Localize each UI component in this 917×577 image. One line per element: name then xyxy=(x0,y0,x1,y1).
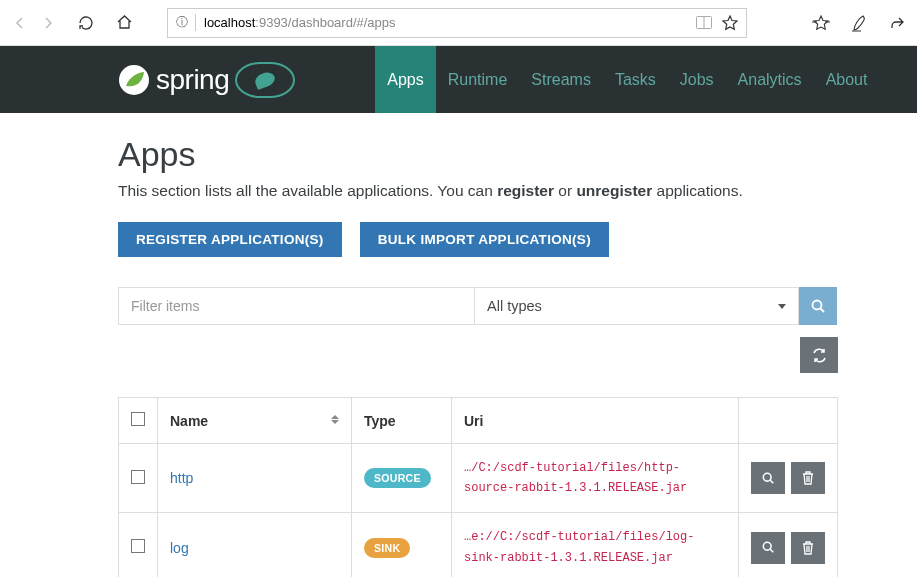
column-header-name[interactable]: Name xyxy=(158,398,352,444)
sort-icon xyxy=(331,415,339,424)
refresh-button[interactable] xyxy=(800,337,838,373)
address-bar[interactable]: ⓘ localhost:9393/dashboard/#/apps xyxy=(167,8,747,38)
svg-point-10 xyxy=(763,542,771,550)
top-nav: spring AppsRuntimeStreamsTasksJobsAnalyt… xyxy=(0,46,917,113)
apps-table: Name Type Uri httpSOURCE…/C:/scdf-tutori… xyxy=(118,397,838,577)
view-details-button[interactable] xyxy=(751,532,785,564)
main-content: Apps This section lists all the availabl… xyxy=(0,113,917,577)
uri-text: …e://C:/scdf-tutorial/files/log-sink-rab… xyxy=(464,530,694,564)
app-name-link[interactable]: http xyxy=(170,470,193,486)
reader-icon[interactable] xyxy=(696,16,712,29)
search-icon xyxy=(811,299,826,314)
uri-text: …/C:/scdf-tutorial/files/http-source-rab… xyxy=(464,461,687,495)
svg-point-8 xyxy=(763,473,771,481)
browser-toolbar: ⓘ localhost:9393/dashboard/#/apps xyxy=(0,0,917,46)
svg-point-6 xyxy=(812,300,821,309)
nav-link-tasks[interactable]: Tasks xyxy=(603,46,668,113)
svg-line-9 xyxy=(770,480,773,483)
cloud-leaf-icon xyxy=(235,62,295,98)
column-header-uri: Uri xyxy=(452,398,739,444)
nav-link-streams[interactable]: Streams xyxy=(519,46,603,113)
back-icon[interactable] xyxy=(10,13,30,33)
chevron-down-icon xyxy=(778,304,786,309)
brand-text: spring xyxy=(156,64,229,96)
column-header-actions xyxy=(739,398,838,444)
type-badge: SOURCE xyxy=(364,468,431,488)
table-row: httpSOURCE…/C:/scdf-tutorial/files/http-… xyxy=(119,444,838,513)
page-title: Apps xyxy=(118,135,837,174)
share-icon[interactable] xyxy=(887,13,907,33)
notes-icon[interactable] xyxy=(849,13,869,33)
filter-input[interactable] xyxy=(118,287,475,325)
row-checkbox[interactable] xyxy=(131,539,145,553)
select-all-checkbox[interactable] xyxy=(131,412,145,426)
home-icon[interactable] xyxy=(114,13,134,33)
favorites-icon[interactable] xyxy=(811,13,831,33)
refresh-icon xyxy=(812,348,827,363)
row-checkbox[interactable] xyxy=(131,470,145,484)
register-application-button[interactable]: REGISTER APPLICATION(S) xyxy=(118,222,342,257)
star-icon[interactable] xyxy=(722,15,738,31)
nav-link-runtime[interactable]: Runtime xyxy=(436,46,520,113)
table-row: logSINK…e://C:/scdf-tutorial/files/log-s… xyxy=(119,513,838,577)
bulk-import-button[interactable]: BULK IMPORT APPLICATION(S) xyxy=(360,222,609,257)
delete-button[interactable] xyxy=(791,532,825,564)
svg-line-11 xyxy=(770,549,773,552)
page-description: This section lists all the available app… xyxy=(118,182,837,200)
nav-link-analytics[interactable]: Analytics xyxy=(726,46,814,113)
svg-line-7 xyxy=(820,308,824,312)
forward-icon[interactable] xyxy=(38,13,58,33)
type-dropdown-label: All types xyxy=(487,298,542,314)
url-text: localhost:9393/dashboard/#/apps xyxy=(196,15,404,30)
search-button[interactable] xyxy=(799,287,837,325)
column-header-type: Type xyxy=(352,398,452,444)
brand-logo: spring xyxy=(118,46,295,113)
nav-link-apps[interactable]: Apps xyxy=(375,46,435,113)
nav-link-jobs[interactable]: Jobs xyxy=(668,46,726,113)
nav-link-about[interactable]: About xyxy=(814,46,880,113)
type-dropdown[interactable]: All types xyxy=(475,287,799,325)
info-icon[interactable]: ⓘ xyxy=(168,14,196,31)
spring-icon xyxy=(118,64,150,96)
app-name-link[interactable]: log xyxy=(170,540,189,556)
delete-button[interactable] xyxy=(791,462,825,494)
type-badge: SINK xyxy=(364,538,410,558)
view-details-button[interactable] xyxy=(751,462,785,494)
reload-icon[interactable] xyxy=(76,13,96,33)
